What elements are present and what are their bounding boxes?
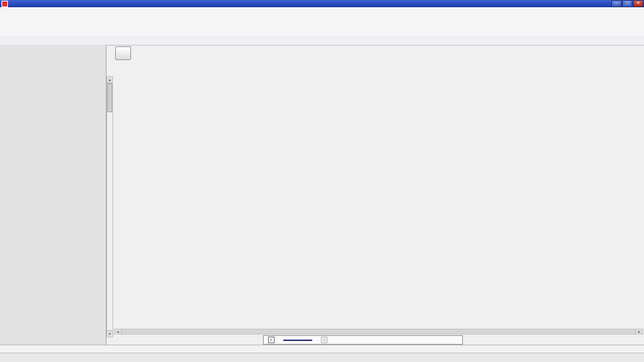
waterfall-chart bbox=[114, 45, 644, 345]
toolbar bbox=[0, 14, 644, 36]
screen: — □ ✕ ▲ ▼ ✓ ✓ ◄ bbox=[0, 0, 644, 362]
minimize-button[interactable]: — bbox=[611, 0, 622, 7]
graph-legend-bar: ✓ ✓ bbox=[263, 335, 463, 345]
measurements-sidebar bbox=[0, 45, 106, 345]
windows-taskbar bbox=[0, 353, 644, 362]
legend-checkbox[interactable]: ✓ bbox=[268, 337, 275, 343]
h-scrollbar-thumb[interactable] bbox=[121, 329, 636, 334]
maximize-button[interactable]: □ bbox=[622, 0, 632, 7]
scrollbar-thumb[interactable] bbox=[107, 83, 112, 112]
title-bar: — □ ✕ bbox=[0, 0, 644, 7]
close-button[interactable]: ✕ bbox=[633, 0, 643, 7]
scroll-left-icon[interactable]: ◄ bbox=[114, 329, 121, 334]
legend-line-swatch bbox=[283, 340, 312, 341]
no-overlay-checkbox[interactable]: ✓ bbox=[321, 337, 327, 343]
donation-banner bbox=[0, 35, 644, 46]
status-bar bbox=[0, 345, 644, 353]
app-icon bbox=[1, 1, 8, 7]
scroll-up-icon[interactable]: ▲ bbox=[107, 77, 112, 83]
graph-h-scrollbar[interactable]: ◄ ► bbox=[114, 329, 643, 334]
capture-button[interactable] bbox=[115, 46, 131, 60]
sidebar-scrollbar[interactable]: ▲ ▼ bbox=[106, 76, 113, 337]
scroll-right-icon[interactable]: ► bbox=[636, 329, 643, 334]
scroll-down-icon[interactable]: ▼ bbox=[107, 330, 112, 337]
